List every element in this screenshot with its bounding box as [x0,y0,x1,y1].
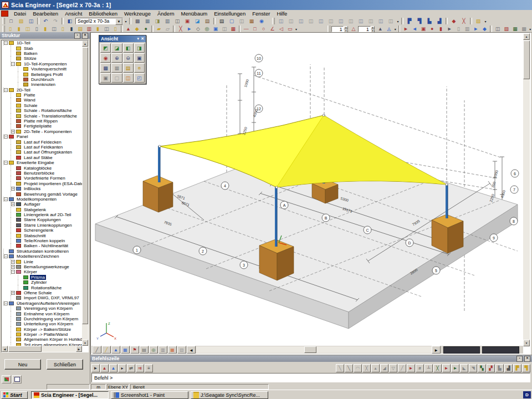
tree-item[interactable]: Durchdringung von Körpern [2,316,82,321]
toolbar-grip[interactable] [272,18,275,24]
ansicht-palette[interactable]: Ansicht ▼ ✕ ◩◪◧◨◉⊕⊖▣▩▦▤¤▣▢◫◰ [99,35,146,84]
taskbar-task-scia[interactable]: Scia Engineer - [Segel... [31,391,109,399]
tree-item[interactable]: Starre Kopplungen [2,217,82,222]
tree-item[interactable]: Starre Linienkopplungen [2,223,82,228]
snap-grid-icon[interactable]: # [416,364,424,372]
scroll-left-icon[interactable]: ◀ [187,346,196,354]
view-side-icon[interactable]: ◪ [111,43,122,53]
snap-perp-icon[interactable]: ┴ [424,364,433,372]
tree-item[interactable]: Stabschnitt [2,233,82,238]
scrollbar-thumb[interactable] [8,346,42,352]
tree-item[interactable]: Platte [2,93,82,98]
zoom-all-icon[interactable]: ◉ [100,53,111,63]
expander-minus-icon[interactable]: − [4,301,8,305]
tree-item[interactable]: −Modellkomponenten [2,197,82,202]
snap-end-icon[interactable]: ► [451,364,459,372]
scale-spinner[interactable]: 1 [331,26,344,32]
menu-item-fenster[interactable]: Fenster [249,11,273,17]
snap-corner1-icon[interactable]: ◣ [460,364,468,372]
tree-item[interactable]: Balken [2,51,82,56]
tree-item[interactable]: Vereinigung von Körpern [2,306,82,311]
chevron-down-icon[interactable]: ▼ [136,37,140,40]
snap-mid-icon[interactable]: ▽ [389,364,397,372]
snap-line-icon[interactable]: ╲ [336,364,344,372]
view-window-button[interactable]: ◫ [287,17,296,25]
taskbar-task-folder[interactable]: J:\Seagate Sync\SyncRe... [191,391,268,399]
close-icon[interactable]: ✕ [524,356,530,362]
copy-button[interactable]: ◫ [173,17,182,25]
tree-item[interactable]: Schale - Translationsfläche [2,113,82,118]
library-button[interactable]: ▦ [247,17,257,25]
view-window-button[interactable]: ◫ [366,17,376,25]
snap-arc-icon[interactable]: ◠ [354,364,362,372]
view-window-button[interactable]: ◫ [346,17,356,25]
scrollbar-thumb[interactable] [523,40,530,79]
tree-item[interactable]: −Panel [2,134,82,139]
tree-item[interactable]: Beliebiges Profil [2,71,82,76]
dropdown-arrow-icon[interactable]: ▾ [528,25,532,33]
pin-icon[interactable]: • [516,356,523,362]
snap-q1-icon[interactable]: ▙ [495,364,504,372]
select-all-icon[interactable]: ≡ [145,364,153,372]
redo-button[interactable]: ↷ [51,17,60,25]
layout-button[interactable]: ▜ [415,17,424,25]
tool-button[interactable]: ◨ [153,17,162,25]
snap-edge-icon[interactable]: ◢ [380,364,388,372]
draw-mode-icon[interactable]: ╱ [93,346,101,354]
select-swap-icon[interactable]: ⇄ [127,364,135,372]
select-element-icon[interactable]: ▲ [109,364,117,372]
tree-item[interactable]: Benutzerblöcke [2,171,82,176]
ansicht-palette-header[interactable]: Ansicht ▼ ✕ [99,35,146,42]
dropdown-arrow-icon[interactable]: ▾ [483,18,488,25]
tree-item[interactable]: Platte mit Rippen [2,119,82,124]
menu-item-menbaum[interactable]: Menübaum [178,11,211,17]
view-window-button[interactable]: ◫ [296,17,306,25]
tree-item[interactable]: Schale - Rotationsfläche [2,108,82,113]
status-unit[interactable]: m [91,384,106,390]
document-button[interactable]: ◫ [237,17,247,25]
snap-corner2-icon[interactable]: ◥ [469,364,477,372]
scroll-right-icon[interactable]: ▶ [76,346,82,352]
snap-half2-icon[interactable]: ▞ [487,364,495,372]
tree-item[interactable]: Entnahme von Körpern [2,311,82,316]
menu-item-werkzeuge[interactable]: Werkzeuge [121,11,154,17]
tab-structure[interactable] [2,375,11,383]
tree-item[interactable]: Zylinder [2,280,82,285]
toolbar-grip[interactable] [328,25,330,32]
tree-item[interactable]: Innenknoten [2,82,82,87]
table-icon[interactable]: ▤ [140,346,149,354]
scrollbar-thumb[interactable] [82,47,88,324]
status-plane[interactable]: Ebene XY [107,384,129,390]
zoom-window-icon[interactable]: ▣ [134,53,145,63]
expander-minus-icon[interactable]: − [4,197,8,201]
tree-item[interactable]: Stab [2,45,82,50]
spinner-arrows[interactable]: ▲▼ [344,26,348,32]
dropdown-arrow-icon[interactable]: ▾ [124,18,128,25]
tool-button[interactable]: ▣ [183,17,192,25]
snap-near-icon[interactable]: ► [442,364,451,372]
menu-item-bearbeiten[interactable]: Bearbeiten [29,11,62,17]
tree-item[interactable]: Körper -> Platte/Wand [2,332,82,337]
layout-button[interactable]: ▛ [405,17,415,25]
tab-layers[interactable] [12,375,22,383]
tree-item[interactable]: +Auflager [2,202,82,207]
flag-icon[interactable]: ⚑ [130,346,139,354]
new-button[interactable]: □ [7,17,16,25]
pin-icon[interactable]: • [74,33,80,39]
view-window-button[interactable]: ◫ [326,17,336,25]
open-button[interactable]: ▨ [17,17,26,25]
spinner-arrows[interactable]: ▲▼ [371,26,375,32]
view-front-icon[interactable]: ◩ [100,43,111,53]
menu-item-einstellungen[interactable]: Einstellungen [211,11,249,17]
select-cursor-icon[interactable]: ► [91,364,100,372]
tree-item[interactable]: Unterteilung von Körpern [2,321,82,326]
snap-q3-icon[interactable]: ▛ [513,364,521,372]
tool-button[interactable]: ╳ [459,17,469,25]
zoom-out-icon[interactable]: ⊖ [123,53,134,63]
grid-icon[interactable]: ▦ [168,346,177,354]
scale-spinner[interactable]: 1 [358,26,371,32]
view-window-button[interactable]: ◫ [386,17,396,25]
expander-plus-icon[interactable]: + [11,291,15,295]
dropdown-arrow-icon[interactable]: ▾ [294,25,298,33]
scroll-up-icon[interactable]: ▲ [523,33,530,40]
